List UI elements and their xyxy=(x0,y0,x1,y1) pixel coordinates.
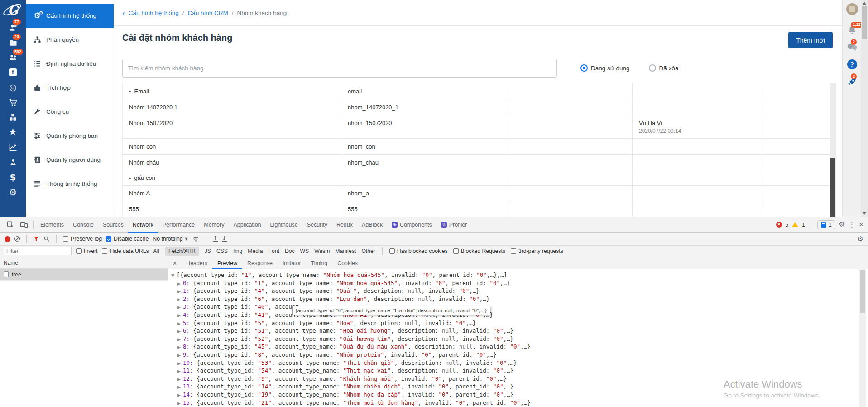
sidebar-item-contacts[interactable]: Quản lý người dùng xyxy=(26,148,114,172)
whats-new-rocket[interactable]: 2 xyxy=(843,77,861,87)
filter-funnel-icon[interactable] xyxy=(33,236,39,242)
sidebar-item-sliders[interactable]: Quản lý phòng ban xyxy=(26,124,114,148)
search-input[interactable] xyxy=(122,59,557,78)
request-type-filter-js[interactable]: JS xyxy=(205,248,211,254)
request-type-filter-all[interactable]: All xyxy=(153,248,160,254)
preview-line-2[interactable]: ▶1: {account_type_id: "4", account_type_… xyxy=(171,287,868,295)
checkbox-unchecked[interactable] xyxy=(76,248,82,254)
preview-line-14[interactable]: ▶13: {account_type_id: "14", account_typ… xyxy=(171,383,868,391)
request-name-column-header[interactable]: Name xyxy=(0,257,168,269)
preview-line-11[interactable]: ▶10: {account_type_id: "53", account_typ… xyxy=(171,359,868,367)
preview-line-3[interactable]: ▶2: {account_type_id: "6", account_type_… xyxy=(171,295,868,303)
page-scrollbar[interactable] xyxy=(861,0,868,217)
notifications-bell-icon[interactable]: 1,127 xyxy=(843,25,861,35)
preview-line-0[interactable]: ▼[{account_type_id: "1", account_type_na… xyxy=(171,271,868,279)
devtools-tab-elements[interactable]: Elements xyxy=(36,217,68,233)
detail-tab-timing[interactable]: Timing xyxy=(306,257,333,269)
network-settings-gear-icon[interactable]: ⚙ xyxy=(858,235,863,243)
sidebar-item-system-info[interactable]: Thông tin hệ thống xyxy=(26,172,114,196)
status-radio-0[interactable]: Đang sử dụng xyxy=(580,64,630,72)
breadcrumb-link-1[interactable]: Cấu hình hệ thống xyxy=(129,10,179,16)
sidebar-item-list[interactable]: Định nghĩa dữ liệu xyxy=(26,52,114,76)
triangle-right-icon[interactable]: ▶ xyxy=(177,400,183,407)
request-type-filter-manifest[interactable]: Manifest xyxy=(335,248,356,254)
request-type-filter-other[interactable]: Other xyxy=(361,248,375,254)
add-new-button[interactable]: Thêm mới xyxy=(788,32,833,48)
request-type-filter-ws[interactable]: WS xyxy=(300,248,309,254)
table-row[interactable]: 555555 xyxy=(123,201,834,217)
rail-dollar-icon[interactable]: $ xyxy=(0,170,26,184)
page-scrollbar-thumb[interactable] xyxy=(862,6,867,39)
request-type-filter-doc[interactable]: Doc xyxy=(285,248,295,254)
preview-line-15[interactable]: ▶14: {account_type_id: "19", account_typ… xyxy=(171,391,868,399)
import-har-icon[interactable]: ↑ xyxy=(213,236,218,242)
devtools-settings-icon[interactable]: ⚙ xyxy=(839,221,845,228)
rail-chart-icon[interactable] xyxy=(0,140,26,155)
rail-cart-icon[interactable] xyxy=(0,95,26,110)
issues-button[interactable]: 1 xyxy=(817,220,835,229)
search-icon[interactable] xyxy=(43,236,50,242)
inspect-element-icon[interactable] xyxy=(4,221,17,229)
devtools-tab-lighthouse[interactable]: Lighthouse xyxy=(266,217,302,233)
rail-folder-icon[interactable]: 23 xyxy=(0,35,26,50)
devtools-tab-redux[interactable]: Redux xyxy=(332,217,357,233)
checkbox-checked[interactable] xyxy=(106,236,111,242)
radio-unselected-icon[interactable] xyxy=(649,64,656,72)
devtools-tab-profiler[interactable]: Profiler xyxy=(436,217,472,233)
sidebar-item-puzzle[interactable]: Tích hợp xyxy=(26,76,114,100)
detail-tab-headers[interactable]: Headers xyxy=(181,257,212,269)
status-radio-1[interactable]: Đã xóa xyxy=(649,64,679,72)
user-avatar[interactable] xyxy=(843,3,861,15)
preview-line-10[interactable]: ▶9: {account_type_id: "8", account_type_… xyxy=(171,351,868,359)
preview-line-5[interactable]: ▶4: {account_type_id: "41", account_type… xyxy=(171,311,868,319)
close-detail-icon[interactable]: × xyxy=(168,260,181,267)
rail-person-icon[interactable] xyxy=(0,155,26,170)
devtools-tab-application[interactable]: Application xyxy=(229,217,265,233)
preview-scrollbar-thumb[interactable] xyxy=(860,270,865,313)
checkbox-unchecked[interactable] xyxy=(63,236,68,242)
extra-filter-checkbox-2[interactable]: 3rd-party requests xyxy=(511,248,563,254)
devtools-menu-icon[interactable]: ⋮ xyxy=(849,221,855,229)
devtools-close-icon[interactable]: × xyxy=(859,220,863,229)
request-type-filter-css[interactable]: CSS xyxy=(216,248,228,254)
scroll-up-arrow[interactable] xyxy=(863,2,866,5)
devtools-tab-security[interactable]: Security xyxy=(302,217,332,233)
rail-cubes-icon[interactable] xyxy=(0,110,26,125)
clear-icon[interactable] xyxy=(14,236,20,242)
checkbox-unchecked[interactable] xyxy=(511,248,516,254)
preview-line-7[interactable]: ▶6: {account_type_id: "51", account_type… xyxy=(171,327,868,335)
scroll-down-arrow[interactable] xyxy=(863,212,866,215)
table-row[interactable]: Nhóm Anhom_a xyxy=(123,186,834,201)
record-button[interactable] xyxy=(5,236,10,242)
devtools-tab-network[interactable]: Network xyxy=(128,217,158,233)
table-row[interactable]: Nhóm 15072020nhom_15072020Vũ Hà Vi2020/0… xyxy=(123,115,834,139)
triangle-right-icon[interactable]: ▶ xyxy=(177,312,183,320)
request-type-filter-img[interactable]: Img xyxy=(233,248,242,254)
triangle-right-icon[interactable]: ▶ xyxy=(177,352,183,360)
devtools-tab-console[interactable]: Console xyxy=(68,217,98,233)
preview-line-4[interactable]: ▶3: {account_type_id: "40", account_ xyxy=(171,303,868,311)
expand-arrow-icon[interactable]: ▸ xyxy=(129,89,131,93)
detail-tab-initiator[interactable]: Initiator xyxy=(278,257,306,269)
warning-icon[interactable] xyxy=(792,222,798,227)
rail-user-group-icon[interactable]: 592 xyxy=(0,50,26,65)
triangle-down-icon[interactable]: ▼ xyxy=(171,272,177,280)
table-row[interactable]: Nhóm connhom_con xyxy=(123,139,834,155)
preview-line-1[interactable]: ▶0: {account_type_id: "1", account_type_… xyxy=(171,279,868,287)
network-filter-input[interactable] xyxy=(4,247,72,255)
extra-filter-checkbox-0[interactable]: Has blocked cookies xyxy=(389,248,448,254)
request-type-filter-font[interactable]: Font xyxy=(269,248,279,254)
detail-tab-response[interactable]: Response xyxy=(242,257,278,269)
devtools-tab-performance[interactable]: Performance xyxy=(158,217,200,233)
preview-line-13[interactable]: ▶12: {account_type_id: "9", account_type… xyxy=(171,375,868,383)
rail-facebook-icon[interactable]: f xyxy=(0,65,26,80)
table-row[interactable]: ▸gấu con xyxy=(123,170,834,186)
throttling-dropdown[interactable]: No throttling ▼ xyxy=(153,236,187,242)
checkbox-unchecked[interactable] xyxy=(453,248,459,254)
expand-arrow-icon[interactable]: ▸ xyxy=(129,176,131,180)
devtools-tab-sources[interactable]: Sources xyxy=(98,217,128,233)
preview-line-8[interactable]: ▶7: {account_type_id: "52", account_type… xyxy=(171,335,868,343)
preserve-log-checkbox[interactable]: Preserve log xyxy=(63,236,102,242)
request-type-filter-media[interactable]: Media xyxy=(248,248,263,254)
invert-checkbox[interactable]: Invert xyxy=(76,248,97,254)
